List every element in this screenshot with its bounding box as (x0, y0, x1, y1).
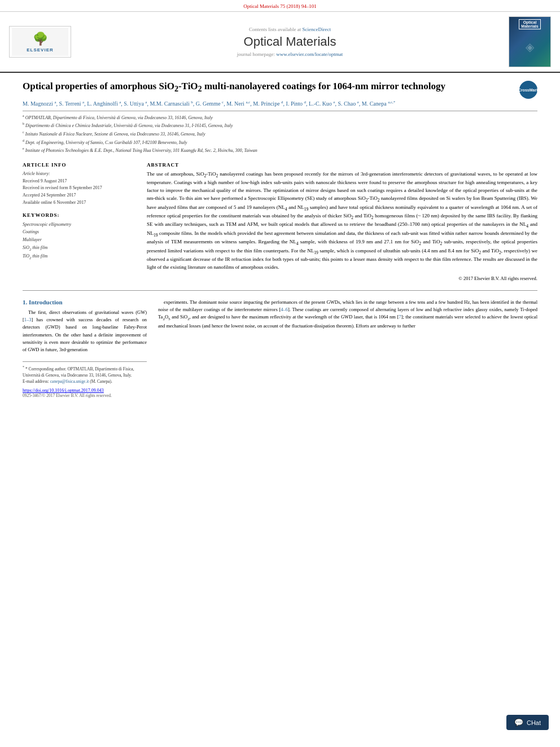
keyword-4: SiO2 thin film (23, 244, 135, 252)
elsevier-logo-box: 🌳 ELSEVIER (9, 26, 71, 58)
cover-graphic: ◈ (511, 29, 548, 64)
affiliation-a: a OPTMATLAB, Dipartimento di Fisica, Uni… (23, 113, 537, 121)
section-title: Introduction (29, 299, 63, 305)
article-info-abstract-section: ARTICLE INFO Article history: Received 9… (23, 162, 537, 282)
cover-label: OpticalMaterials (519, 19, 540, 29)
banner-center: Contents lists available at ScienceDirec… (71, 27, 509, 57)
keyword-3: Multilayer (23, 236, 135, 244)
affiliation-c: c Istituto Nazionale di Fisica Nucleare,… (23, 130, 537, 138)
abstract-label: ABSTRACT (147, 162, 537, 168)
keywords-list: Spectroscopic ellipsometry Coatings Mult… (23, 221, 135, 261)
affiliation-d: d Dept. of Engineering, University of Sa… (23, 138, 537, 146)
ref-4-6[interactable]: 4–6 (281, 307, 288, 312)
affiliation-b: b Dipartimento di Chimica e Chimica Indu… (23, 121, 537, 129)
doi-link[interactable]: https://doi.org/10.1016/j.optmat.2017.09… (23, 388, 104, 393)
received-date: Received 9 August 2017 (23, 178, 135, 185)
chat-badge[interactable]: 💬 CHat (506, 715, 549, 730)
intro-paragraph-left: The first, direct observations of gravit… (23, 309, 147, 353)
journal-top-bar: Optical Materials 75 (2018) 94–101 (0, 0, 560, 12)
intro-paragraph-right: experiments. The dominant noise source i… (158, 299, 537, 330)
affiliation-e: e Institute of Photonics Technologies & … (23, 146, 537, 154)
ref-1-3[interactable]: 1–3 (24, 317, 32, 322)
crossmark-icon: CrossMark (519, 81, 537, 99)
chat-icon: 💬 (514, 718, 523, 727)
journal-cover-image: OpticalMaterials ◈ (509, 16, 551, 67)
keyword-5: TiO2 thin film (23, 252, 135, 261)
abstract-content: The use of amorphous, SiO2-TiO2 nanolaye… (147, 171, 537, 272)
affiliations-section: a OPTMATLAB, Dipartimento di Fisica, Uni… (23, 111, 537, 154)
footnote-area: * * Corresponding author. OPTMATLAB, Dip… (23, 361, 147, 385)
elsevier-banner: 🌳 ELSEVIER Contents lists available at S… (0, 12, 560, 73)
article-info-label: ARTICLE INFO (23, 162, 135, 168)
introduction-section: 1. Introduction The first, direct observ… (23, 299, 537, 398)
history-label: Article history: (23, 171, 135, 178)
revised-date: Received in revised form 8 September 201… (23, 185, 135, 192)
journal-citation: Optical Materials 75 (2018) 94–101 (243, 3, 316, 9)
intro-right-text: experiments. The dominant noise source i… (158, 299, 537, 330)
elsevier-logo-img: 🌳 ELSEVIER (12, 28, 68, 56)
journal-homepage: journal homepage: www.elsevier.com/locat… (71, 51, 509, 57)
article-info-column: ARTICLE INFO Article history: Received 9… (23, 162, 135, 282)
elsevier-tree-icon: 🌳 (33, 32, 48, 46)
abstract-column: ABSTRACT The use of amorphous, SiO2-TiO2… (147, 162, 537, 282)
authors-line: M. Magnozzi a, S. Terreni a, L. Anghinol… (23, 99, 537, 108)
keyword-1: Spectroscopic ellipsometry (23, 221, 135, 229)
email-link[interactable]: canepa@fisica.unige.it (50, 379, 89, 384)
available-date: Available online 6 November 2017 (23, 199, 135, 207)
section-number: 1. (23, 299, 27, 305)
abstract-text: The use of amorphous, SiO2-TiO2 nanolaye… (147, 171, 537, 282)
keyword-2: Coatings (23, 228, 135, 236)
journal-title: Optical Materials (71, 34, 509, 49)
section-divider (23, 290, 537, 291)
ref-7[interactable]: 7 (399, 314, 401, 320)
copyright-line: © 2017 Elsevier B.V. All rights reserved… (147, 275, 537, 282)
cover-inner: OpticalMaterials ◈ (509, 17, 550, 67)
accepted-date: Accepted 24 September 2017 (23, 192, 135, 199)
article-info-section: ARTICLE INFO Article history: Received 9… (23, 162, 135, 207)
keywords-label: Keywords: (23, 212, 135, 218)
intro-right-column: experiments. The dominant noise source i… (158, 299, 537, 398)
footnote-email: E-mail address: canepa@fisica.unige.it (… (23, 378, 147, 385)
paper-title-section: CrossMark Optical properties of amorphou… (23, 80, 537, 99)
contents-available-text: Contents lists available at ScienceDirec… (71, 27, 509, 32)
keywords-section: Keywords: Spectroscopic ellipsometry Coa… (23, 212, 135, 261)
footnote-star: * * Corresponding author. OPTMATLAB, Dip… (23, 365, 147, 378)
journal-url[interactable]: www.elsevier.com/locate/optmat (276, 51, 343, 57)
intro-left-column: 1. Introduction The first, direct observ… (23, 299, 147, 398)
issn-line: 0925-3467/© 2017 Elsevier B.V. All right… (23, 393, 147, 398)
doi-line: https://doi.org/10.1016/j.optmat.2017.09… (23, 388, 147, 393)
elsevier-logo-container: 🌳 ELSEVIER (9, 26, 71, 58)
paper-title: Optical properties of amorphous SiO2-TiO… (23, 80, 537, 95)
paper-body: CrossMark Optical properties of amorphou… (0, 73, 560, 409)
section-heading-intro: 1. Introduction (23, 299, 147, 305)
elsevier-wordmark: ELSEVIER (27, 47, 54, 53)
chat-label: CHat (527, 719, 541, 726)
article-history: Article history: Received 9 August 2017 … (23, 171, 135, 207)
crossmark-container: CrossMark (519, 81, 537, 99)
intro-left-text: The first, direct observations of gravit… (23, 309, 147, 353)
sciencedirect-link[interactable]: ScienceDirect (303, 27, 331, 32)
